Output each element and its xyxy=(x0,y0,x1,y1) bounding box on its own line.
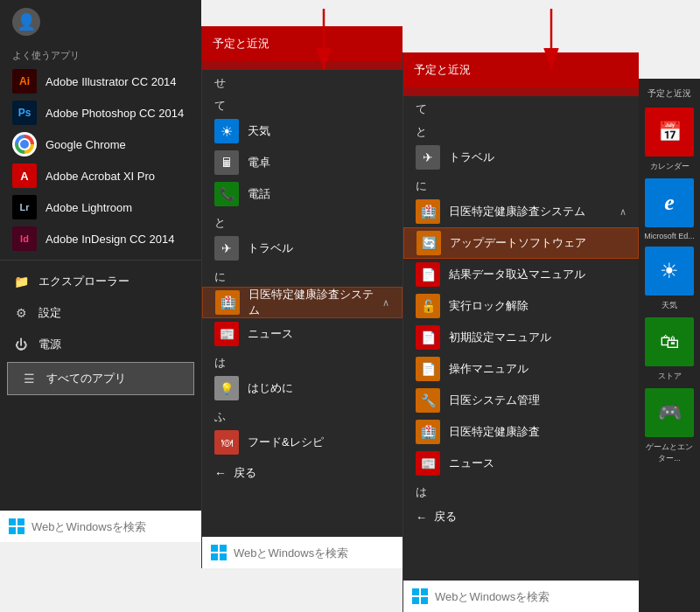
sm1-search-bar[interactable] xyxy=(0,511,201,542)
kana-to-3: と xyxy=(403,119,639,142)
sm2-back-button[interactable]: ← 戻る xyxy=(202,458,402,488)
calendar-tile-label: カレンダー xyxy=(650,161,690,172)
all-apps-label: すべてのアプリ xyxy=(46,371,126,386)
tile-item-edge: e Microsoft Ed... xyxy=(642,176,696,240)
ops-manual-label: 操作マニュアル xyxy=(449,361,528,377)
update-software-item[interactable]: 🔄 アップデートソフトウェア xyxy=(403,227,639,259)
unlock-item[interactable]: 🔓 実行ロック解除 xyxy=(403,290,639,322)
weather-icon: ☀ xyxy=(214,119,239,143)
power-item[interactable]: ⏻ 電源 xyxy=(0,329,201,360)
svg-rect-1 xyxy=(18,518,24,525)
power-label: 電源 xyxy=(38,337,61,352)
phone-item[interactable]: 📞 電話 xyxy=(202,178,402,210)
travel-icon: ✈ xyxy=(214,236,239,261)
news-label-3: ニュース xyxy=(449,456,494,471)
app-item-indesign[interactable]: Id Adobe InDesign CC 2014 xyxy=(0,223,201,254)
svg-rect-7 xyxy=(220,553,227,560)
photoshop-label: Adobe Photoshop CC 2014 xyxy=(46,107,184,120)
indesign-icon: Id xyxy=(12,226,37,251)
tiles-panel: 予定と近況 📅 カレンダー e Microsoft Ed... ☀ 天気 🛍 ス… xyxy=(639,79,700,612)
food-item[interactable]: 🍽 フード&レシピ xyxy=(202,427,402,458)
tile-item-calendar: 📅 カレンダー xyxy=(642,105,696,172)
sm2-search-input[interactable] xyxy=(234,546,394,560)
chrome-label: Google Chrome xyxy=(46,138,126,151)
app-item-illustrator[interactable]: Ai Adobe Illustrator CC 2014 xyxy=(0,66,201,97)
food-label: フード&レシピ xyxy=(248,435,324,450)
result-manual-item[interactable]: 📄 結果データ取込マニュアル xyxy=(403,259,639,290)
nichii-group-icon: 🏥 xyxy=(416,199,440,224)
sm3-back-button[interactable]: ← 戻る xyxy=(403,502,639,532)
nichii-item[interactable]: 🏥 日医特定健康診査システム ∧ xyxy=(202,287,402,318)
unlock-icon: 🔓 xyxy=(416,294,440,318)
tile-item-games: 🎮 ゲームとエンター... xyxy=(642,386,696,464)
news-item[interactable]: 📰 ニュース xyxy=(202,318,402,350)
kana-ha: は xyxy=(202,350,402,372)
sm3-header-label: 予定と近況 xyxy=(414,62,471,78)
app-item-photoshop[interactable]: Ps Adobe Photoshop CC 2014 xyxy=(0,97,201,129)
kana-to: と xyxy=(202,210,402,233)
kana-se: せ xyxy=(202,70,402,93)
tile-item-weather: ☀ 天気 xyxy=(642,244,696,311)
sys-manage-item[interactable]: 🔧 日医システム管理 xyxy=(403,385,639,416)
news-item-3[interactable]: 📰 ニュース xyxy=(403,448,639,479)
start-menu-3: 予定と近況 て と ✈ トラベル に 🏥 日医特定健康診査システム ∧ 🔄 アッ… xyxy=(402,52,639,612)
chrome-icon xyxy=(12,132,37,156)
red-bar-3 xyxy=(403,87,639,96)
app-item-lightroom[interactable]: Lr Adobe Lightroom xyxy=(0,191,201,223)
frequent-apps-label: よく使うアプリ xyxy=(0,44,201,66)
explorer-icon: 📁 xyxy=(12,273,30,290)
app-item-acrobat[interactable]: A Adobe Acrobat XI Pro xyxy=(0,160,201,191)
weather-tile-label: 天気 xyxy=(662,300,677,311)
travel-item[interactable]: ✈ トラベル xyxy=(202,233,402,264)
sm3-search-input[interactable] xyxy=(435,590,630,603)
settings-item[interactable]: ⚙ 設定 xyxy=(0,297,201,329)
windows-logo-icon xyxy=(9,518,24,534)
sm2-header-label: 予定と近況 xyxy=(213,36,270,52)
indesign-label: Adobe InDesign CC 2014 xyxy=(46,233,174,246)
calc-item[interactable]: 🖩 電卓 xyxy=(202,147,402,178)
svg-rect-4 xyxy=(211,545,218,552)
init-manual-item[interactable]: 📄 初期設定マニュアル xyxy=(403,322,639,353)
kana-te-3: て xyxy=(403,96,639,119)
expand-icon: ∧ xyxy=(382,297,389,309)
hajime-icon: 💡 xyxy=(214,376,239,400)
sm1-search-input[interactable] xyxy=(32,520,192,533)
edge-tile[interactable]: e xyxy=(645,178,694,227)
svg-rect-10 xyxy=(412,597,419,604)
health-check-item[interactable]: 🏥 日医特定健康診査 xyxy=(403,416,639,448)
tile-item-store: 🛍 ストア xyxy=(642,315,696,382)
calendar-tile[interactable]: 📅 xyxy=(645,108,694,156)
weather-item[interactable]: ☀ 天気 xyxy=(202,115,402,147)
edge-tile-label: Microsoft Ed... xyxy=(644,232,695,240)
lightroom-label: Adobe Lightroom xyxy=(46,201,132,214)
all-apps-item[interactable]: ☰ すべてのアプリ xyxy=(7,362,194,395)
games-tile[interactable]: 🎮 xyxy=(645,388,694,437)
phone-label: 電話 xyxy=(248,186,270,202)
result-manual-icon: 📄 xyxy=(416,262,440,287)
svg-rect-2 xyxy=(9,527,16,534)
nichii-group-header[interactable]: 🏥 日医特定健康診査システム ∧ xyxy=(403,196,639,227)
news-label: ニュース xyxy=(248,326,293,342)
news-icon: 📰 xyxy=(214,322,239,346)
sm3-search-bar[interactable] xyxy=(403,581,639,612)
sm2-search-bar[interactable] xyxy=(202,537,402,568)
kana-ni: に xyxy=(202,264,402,287)
ops-manual-item[interactable]: 📄 操作マニュアル xyxy=(403,353,639,385)
store-tile[interactable]: 🛍 xyxy=(645,317,694,366)
travel-item-3[interactable]: ✈ トラベル xyxy=(403,142,639,173)
app-item-chrome[interactable]: Google Chrome xyxy=(0,129,201,160)
user-avatar[interactable]: 👤 xyxy=(12,8,40,36)
news-icon-3: 📰 xyxy=(416,451,440,476)
weather-label: 天気 xyxy=(248,123,270,139)
illustrator-label: Adobe Illustrator CC 2014 xyxy=(46,75,177,88)
svg-rect-0 xyxy=(9,518,16,525)
svg-rect-11 xyxy=(421,597,428,604)
travel-icon-3: ✈ xyxy=(416,145,440,170)
svg-rect-3 xyxy=(18,527,24,534)
explorer-item[interactable]: 📁 エクスプローラー xyxy=(0,266,201,297)
windows-logo-icon-3 xyxy=(412,588,428,604)
weather-tile[interactable]: ☀ xyxy=(645,247,694,296)
collapse-icon: ∧ xyxy=(620,206,626,218)
hajime-item[interactable]: 💡 はじめに xyxy=(202,372,402,404)
update-label: アップデートソフトウェア xyxy=(450,235,586,251)
